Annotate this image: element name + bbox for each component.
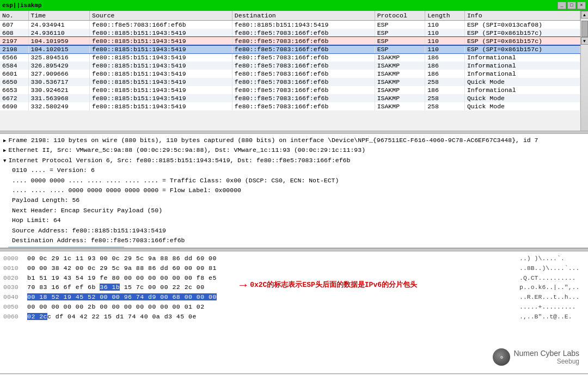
table-cell: 24.936110 [28, 29, 90, 37]
table-cell: ESP (SPI=0x861b157c) [464, 45, 580, 53]
table-row[interactable]: 2197104.101959fe80::8185:b151:1943:5419f… [0, 37, 580, 45]
table-cell: 2197 [0, 37, 28, 45]
table-cell: fe80::f8e5:7083:166f:ef6b [232, 78, 375, 86]
detail-line: Payload Length: 56 [3, 195, 585, 205]
table-row[interactable]: 60824.936110fe80::8185:b151:1943:5419fe8… [0, 29, 580, 37]
table-cell: Informational [464, 53, 580, 62]
hex-offset: 0060 [3, 312, 23, 322]
col-protocol: Protocol [375, 11, 425, 21]
table-cell: ESP [375, 45, 425, 53]
table-cell: 6650 [0, 78, 28, 86]
window-controls[interactable]: _ □ × [558, 2, 586, 9]
hex-bytes: 70 83 16 6f ef 6b 36 1b 15 7c 00 00 22 2… [27, 282, 515, 292]
detail-line: Hop Limit: 64 [3, 216, 585, 225]
scroll-down-button[interactable]: ▼ [581, 37, 589, 45]
table-cell: fe80::8185:b151:1943:5419 [90, 102, 232, 110]
scroll-up-button[interactable]: ▲ [581, 11, 589, 19]
hex-row: 004000 18 52 19 45 52 00 00 96 74 d9 00 … [3, 292, 585, 302]
table-cell: fe80::f8e5:7083:166f:ef6b [232, 37, 375, 45]
detail-line: .... 0000 0000 .... .... .... .... .... … [3, 176, 585, 186]
col-source: Source [90, 11, 232, 21]
table-row[interactable]: 6653330.924621fe80::8185:b151:1943:5419f… [0, 86, 580, 94]
hex-offset: 0030 [3, 282, 23, 292]
table-cell: 110 [425, 45, 465, 53]
table-row[interactable]: 2198104.102015fe80::8185:b151:1943:5419f… [0, 45, 580, 53]
logo-icon: ⚙ [493, 348, 510, 366]
table-cell: 330.536717 [28, 78, 90, 86]
table-cell: 258 [425, 102, 465, 110]
hex-row: 001000 00 38 42 00 0c 29 5c 9a 88 86 dd … [3, 263, 585, 273]
table-cell: fe80::f8e5:7083:166f:ef6b [232, 94, 375, 102]
title-bar: esp||isakmp _ □ × [0, 0, 588, 11]
hex-bytes: 00 00 00 00 00 2b 00 00 00 00 00 00 00 0… [27, 302, 515, 312]
table-row[interactable]: 6566325.894516fe80::8185:b151:1943:5419f… [0, 53, 580, 62]
detail-line: ▶Frame 2198: 110 bytes on wire (880 bits… [3, 136, 585, 145]
hex-bytes: 02 2cc df 04 42 22 15 d1 74 40 0a d3 45 … [27, 312, 515, 322]
detail-line: Destination Address: fe80::f8e5:7083:166… [3, 236, 585, 245]
col-length: Length [425, 11, 465, 21]
table-cell: fe80::f8e5:7083:166f:ef6b [232, 62, 375, 70]
hex-row: 005000 00 00 00 00 2b 00 00 00 00 00 00 … [3, 302, 585, 312]
hex-ascii: ..R.ER...t..h... [519, 292, 585, 302]
col-destination: Destination [232, 11, 375, 21]
table-row[interactable]: 6650330.536717fe80::8185:b151:1943:5419f… [0, 78, 580, 86]
table-cell: fe80::8185:b151:1943:5419 [232, 21, 375, 29]
table-row[interactable]: 6584326.895429fe80::8185:b151:1943:5419f… [0, 62, 580, 70]
table-cell: 325.894516 [28, 53, 90, 62]
detail-line: 0110 .... = Version: 6 [3, 165, 585, 175]
minimize-button[interactable]: _ [558, 2, 566, 9]
hex-bytes: 00 00 38 42 00 0c 29 5c 9a 88 86 dd 60 0… [27, 263, 515, 273]
detail-line: ▶Ethernet II, Src: VMware_5c:9a:88 (00:0… [3, 145, 585, 155]
detail-line: Next Header: Encap Security Payload (50) [3, 206, 585, 216]
table-cell: ISAKMP [375, 78, 425, 86]
table-cell: Quick Mode [464, 94, 580, 102]
table-cell: ISAKMP [375, 86, 425, 94]
table-cell: ISAKMP [375, 102, 425, 110]
logo-sub: Seebug [513, 358, 579, 365]
table-cell: 326.895429 [28, 62, 90, 70]
table-cell: Informational [464, 62, 580, 70]
table-cell: 330.924621 [28, 86, 90, 94]
table-cell: fe80::f8e5:7083:166f:ef6b [232, 70, 375, 78]
hex-panel: 000000 0c 29 1c 11 93 00 0c 29 5c 9a 88 … [0, 251, 588, 374]
table-cell: 6653 [0, 86, 28, 94]
table-cell: 327.909666 [28, 70, 90, 78]
table-cell: 186 [425, 62, 465, 70]
hex-ascii: .Q.CT.......... [519, 273, 585, 283]
table-cell: Quick Mode [464, 78, 580, 86]
packet-list-scrollbar[interactable]: ▲ ▼ [580, 11, 588, 131]
table-row[interactable]: 6601327.909666fe80::8185:b151:1943:5419f… [0, 70, 580, 78]
table-cell: ISAKMP [375, 70, 425, 78]
table-cell: 607 [0, 21, 28, 29]
table-cell: ESP (SPI=0x861b157c) [464, 37, 580, 45]
title-text: esp||isakmp [2, 2, 42, 9]
maximize-button[interactable]: □ [567, 2, 576, 9]
table-cell: 110 [425, 37, 465, 45]
logo-area: ⚙ Numen Cyber Labs Seebug [493, 348, 579, 366]
hex-bytes: b1 51 19 43 54 19 fe 80 00 00 00 00 00 0… [27, 273, 515, 283]
hex-row: 0020b1 51 19 43 54 19 fe 80 00 00 00 00 … [3, 273, 585, 283]
col-time: Time [28, 11, 90, 21]
table-cell: Informational [464, 86, 580, 94]
close-button[interactable]: × [577, 2, 586, 9]
table-cell: fe80::8185:b151:1943:5419 [90, 62, 232, 70]
table-cell: fe80::8185:b151:1943:5419 [90, 37, 232, 45]
hex-offset: 0050 [3, 302, 23, 312]
packet-table: No. Time Source Destination Protocol Len… [0, 11, 580, 110]
table-cell: ISAKMP [375, 53, 425, 62]
table-cell: fe80::8185:b151:1943:5419 [90, 94, 232, 102]
hex-row: 003070 83 16 6f ef 6b 36 1b 15 7c 00 00 … [3, 282, 585, 292]
table-cell: 608 [0, 29, 28, 37]
table-cell: 104.101959 [28, 37, 90, 45]
table-cell: ESP (SPI=0x013caf08) [464, 21, 580, 29]
scroll-thumb[interactable] [581, 21, 588, 37]
table-row[interactable]: 6672331.563968fe80::8185:b151:1943:5419f… [0, 94, 580, 102]
table-row[interactable]: 60724.934941fe80::f8e5:7083:166f:ef6bfe8… [0, 21, 580, 29]
table-cell: ISAKMP [375, 62, 425, 70]
col-no: No. [0, 11, 28, 21]
table-cell: 110 [425, 21, 465, 29]
hex-bytes: 00 18 52 19 45 52 00 00 96 74 d9 00 68 0… [27, 292, 515, 302]
table-cell: fe80::8185:b151:1943:5419 [90, 70, 232, 78]
table-row[interactable]: 6690332.580249fe80::8185:b151:1943:5419f… [0, 102, 580, 110]
packet-scroll-area[interactable]: No. Time Source Destination Protocol Len… [0, 11, 580, 131]
